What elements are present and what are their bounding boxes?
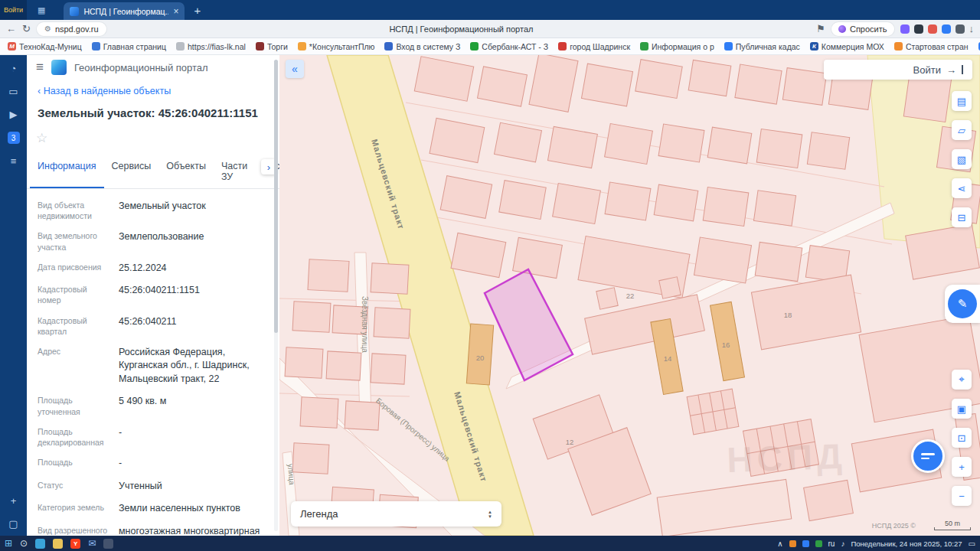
tray-expand-icon[interactable]: ∧ [777, 540, 782, 548]
bookmark-favicon [640, 42, 648, 51]
tray-app-icon[interactable] [802, 540, 809, 547]
bookmark-item[interactable]: *КонсультантПлю [298, 42, 375, 51]
start-icon[interactable]: ⊞ [5, 538, 12, 549]
print-icon[interactable]: ⊟ [952, 207, 972, 227]
zoom-in-button[interactable]: + [952, 457, 972, 477]
volume-icon[interactable]: ♪ [841, 540, 844, 548]
folder-icon[interactable]: ▢ [8, 518, 18, 530]
map-toolbar-bottom: ⌖ ▣ ⊡ + − [952, 370, 972, 506]
bookmark-item[interactable]: Торги [256, 42, 288, 51]
scrollbar-thumb[interactable] [274, 60, 278, 333]
bookmark-item[interactable]: Сбербанк-АСТ - З [470, 42, 548, 51]
file-explorer-icon[interactable] [53, 539, 63, 549]
edit-icon[interactable]: ✎ [948, 289, 977, 318]
bookmark-favicon [384, 42, 393, 51]
map-watermark: НСПД [727, 436, 848, 480]
bookmark-flag-icon[interactable]: ⚑ [816, 23, 825, 34]
chat-support-button[interactable] [911, 439, 945, 473]
panel-scrollbar[interactable] [274, 60, 278, 531]
field-label: Площадь уточненная [38, 395, 111, 416]
scale-label: 50 m [934, 520, 971, 527]
house-number: 22 [626, 292, 635, 300]
video-icon[interactable]: ▶ [10, 109, 18, 120]
bookmark-favicon [470, 42, 479, 51]
back-to-results-link[interactable]: ‹ Назад в найденные объекты [38, 86, 171, 96]
bookmark-item[interactable]: Стартовая стран [894, 42, 969, 51]
basemap-icon[interactable]: ▣ [952, 399, 972, 419]
url-chip[interactable]: ⚙ nspd.gov.ru [37, 22, 106, 36]
map-canvas[interactable]: НСПД Мальцевский тракт Мальцевский тракт… [279, 55, 980, 536]
tab-information[interactable]: Информация [30, 155, 104, 188]
bookmark-item[interactable]: МТехноКад-Муниц [8, 42, 82, 51]
extension-icon[interactable] [914, 24, 923, 34]
bookmark-favicon [92, 42, 100, 51]
map-copyright: НСПД 2025 © [872, 522, 916, 530]
new-tab-button[interactable]: + [194, 4, 201, 17]
select-area-icon[interactable]: ▧ [952, 149, 972, 169]
browser-tab[interactable]: НСПД | Геоинформац... × [64, 2, 185, 20]
yandex-browser-icon[interactable]: Y [70, 539, 80, 549]
bookmark-item[interactable]: Информация о р [640, 42, 714, 51]
bookmark-item[interactable]: https://fias-lk.nal [176, 42, 246, 51]
layers-icon[interactable]: ▤ [952, 91, 972, 111]
extension-icon[interactable] [956, 24, 965, 34]
bookmark-item[interactable]: Вход в систему З [384, 42, 460, 51]
field-label: Дата присвоения [38, 262, 111, 276]
bookmark-item[interactable]: Публичная кадас [724, 42, 800, 51]
messenger-icon[interactable]: ▭ [8, 86, 18, 97]
panel-header: ≡ Геоинформационный портал [27, 55, 279, 80]
bookmark-item[interactable]: Главная страниц [92, 42, 166, 51]
bookmark-item[interactable]: город Шадринск [558, 42, 630, 51]
favorite-star-icon[interactable]: ☆ [36, 130, 47, 146]
language-indicator[interactable]: ru [828, 540, 835, 548]
browser-addressbar: ← ↻ ⚙ nspd.gov.ru НСПД | Геоинформационн… [0, 20, 980, 38]
attributes-list: Вид объекта недвижимости Земельный участ… [27, 189, 279, 536]
collapse-panel-button[interactable]: « [286, 60, 304, 78]
menu-icon[interactable]: ≡ [36, 60, 44, 75]
tray-app-icon[interactable] [789, 540, 796, 547]
legend-expander-icon[interactable]: ▲▼ [488, 510, 492, 519]
chat-icon[interactable]: ≡ [11, 155, 17, 167]
locate-icon[interactable]: ⌖ [952, 370, 972, 390]
field-value: 45:26:040211 [119, 315, 267, 337]
tab-objects[interactable]: Объекты [158, 155, 214, 188]
field-value: многоэтажная многоквартирная жилая застр… [119, 525, 267, 536]
zoom-area-icon[interactable]: ⊡ [952, 428, 972, 448]
ask-alice-button[interactable]: Спросить [831, 22, 894, 36]
taskbar-search-icon[interactable]: ⊙ [20, 538, 28, 549]
app-icon[interactable] [103, 539, 113, 549]
app-title: Геоинформационный портал [74, 62, 208, 73]
tab-services[interactable]: Сервисы [104, 155, 159, 188]
tab-close-icon[interactable]: × [173, 6, 178, 17]
legend-bar[interactable]: Легенда ▲▼ [291, 501, 501, 527]
counter-badge[interactable]: 3 [8, 132, 20, 144]
house-number: 20 [476, 354, 485, 362]
notifications-icon[interactable]: ▭ [969, 540, 975, 548]
history-icon[interactable]: ◔ [11, 63, 17, 74]
bookmark-favicon [558, 42, 567, 51]
extension-icon[interactable] [900, 24, 910, 34]
street-label: Звёздная улица [361, 296, 369, 353]
bookmarks-bar: МТехноКад-Муниц Главная страниц https://… [0, 38, 980, 55]
downloads-icon[interactable]: ↓ [969, 23, 975, 34]
browser-corner-badge[interactable]: Войти [0, 0, 27, 20]
site-settings-icon[interactable]: ⚙ [44, 24, 51, 33]
back-icon[interactable]: ← [6, 23, 16, 34]
tray-app-icon[interactable] [815, 540, 822, 547]
extension-icon[interactable] [942, 24, 951, 34]
reload-icon[interactable]: ↻ [22, 23, 31, 34]
clock[interactable]: Понедельник, 24 ноя 2025, 10:27 [851, 540, 962, 548]
app-icon[interactable] [35, 539, 45, 549]
field-label: Площадь декларированная [38, 426, 111, 448]
mail-icon[interactable]: ✉ [88, 538, 96, 549]
tab-panel-icon[interactable]: ▦ [38, 5, 45, 15]
add-panel-icon[interactable]: + [11, 495, 17, 507]
bookmark-item[interactable]: ККоммерция МОХ [810, 42, 884, 51]
login-button[interactable]: Войти → [824, 60, 972, 80]
tab-parcel-parts[interactable]: Части ЗУ [214, 155, 255, 188]
zoom-out-button[interactable]: − [952, 486, 972, 506]
extensions-row: ↓ [900, 23, 975, 34]
measure-icon[interactable]: ▱ [952, 120, 972, 140]
extension-icon[interactable] [928, 24, 937, 34]
share-icon[interactable]: ⋖ [952, 178, 972, 198]
